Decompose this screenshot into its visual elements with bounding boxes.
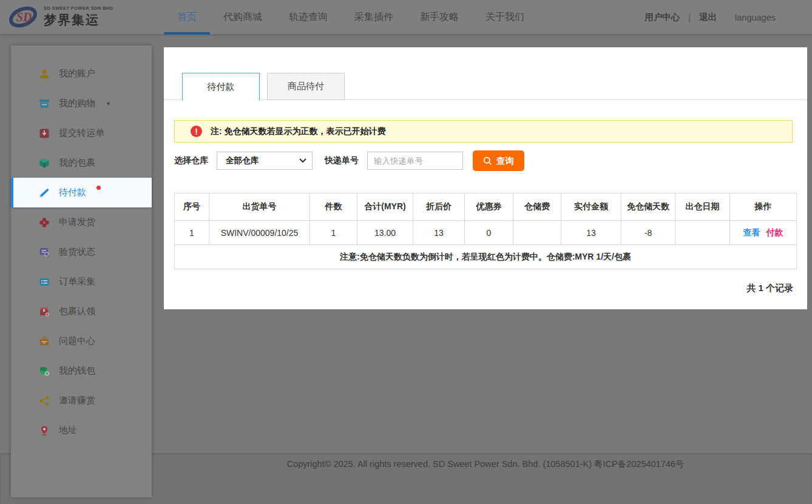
cell-storage-fee bbox=[513, 221, 561, 245]
card-list-icon bbox=[39, 277, 50, 287]
user-menu: 用户中心 | 退出 languages bbox=[645, 0, 776, 35]
nav-track-query[interactable]: 轨迹查询 bbox=[276, 0, 341, 35]
sidebar-item-inspection-status[interactable]: 验货状态 bbox=[11, 237, 152, 267]
chevron-down-icon bbox=[299, 158, 306, 163]
cell-coupon: 0 bbox=[465, 221, 513, 245]
brand-logo[interactable]: SD SD SWEET POWER SDN BHD 梦界集运 bbox=[7, 2, 113, 32]
sidebar-item-label: 问题中心 bbox=[59, 335, 95, 347]
search-button[interactable]: 查询 bbox=[473, 150, 524, 171]
cell-free-storage-days: -8 bbox=[621, 221, 675, 245]
col-paid-amount: 实付金额 bbox=[561, 193, 621, 221]
flower-icon bbox=[39, 217, 50, 228]
cell-seq: 1 bbox=[175, 221, 209, 245]
company-name-cn: 梦界集运 bbox=[44, 12, 113, 29]
col-seq: 序号 bbox=[175, 193, 209, 221]
sidebar-item-label: 包裹认领 bbox=[59, 306, 95, 317]
tab-goods-pending[interactable]: 商品待付 bbox=[267, 73, 345, 100]
tracking-number-input[interactable] bbox=[367, 152, 463, 170]
view-link[interactable]: 查看 bbox=[743, 227, 760, 237]
nav-about-us[interactable]: 关于我们 bbox=[472, 0, 538, 35]
col-storage-fee: 仓储费 bbox=[513, 193, 561, 221]
share-icon bbox=[39, 395, 50, 406]
sidebar-item-apply-shipment[interactable]: 申请发货 bbox=[11, 207, 152, 237]
company-logo-icon: SD bbox=[7, 2, 39, 32]
sidebar-item-label: 我的购物 bbox=[59, 98, 95, 109]
warehouse-select[interactable]: 全部仓库 bbox=[217, 152, 313, 170]
sidebar-item-my-packages[interactable]: 我的包裹 bbox=[11, 148, 152, 178]
top-header: SD SD SWEET POWER SDN BHD 梦界集运 首页 代购商城 轨… bbox=[0, 0, 812, 35]
storage-fee-note: 注意:免仓储天数负数为倒计时，若呈现红色为计费中。仓储费:MYR 1/天/包裹 bbox=[175, 245, 797, 269]
sidebar-item-label: 邀请赚赏 bbox=[59, 395, 95, 406]
parcel-icon bbox=[39, 306, 50, 317]
sidebar-item-pending-payment[interactable]: 待付款 bbox=[11, 178, 152, 207]
sidebar-item-label: 我的包裹 bbox=[59, 157, 95, 169]
col-coupon: 优惠券 bbox=[465, 193, 513, 221]
sidebar-item-issue-center[interactable]: 问题中心 bbox=[11, 326, 152, 356]
tab-pending-payment[interactable]: 待付款 bbox=[182, 73, 260, 101]
main-nav: 首页 代购商城 轨迹查询 采集插件 新手攻略 关于我们 bbox=[164, 0, 538, 35]
user-center-link[interactable]: 用户中心 bbox=[645, 12, 680, 23]
sidebar-item-label: 我的钱包 bbox=[59, 365, 95, 377]
box-arrow-icon bbox=[39, 128, 50, 139]
sidebar-item-package-claim[interactable]: 包裹认领 bbox=[11, 297, 152, 326]
cell-outbound-date bbox=[675, 221, 730, 245]
record-count: 共 1 个记录 bbox=[746, 283, 793, 294]
sidebar-item-label: 地址 bbox=[59, 425, 77, 436]
search-button-label: 查询 bbox=[496, 155, 514, 167]
cell-paid-amount: 13 bbox=[561, 221, 621, 245]
table-header-row: 序号 出货单号 件数 合计(MYR) 折后价 优惠券 仓储费 实付金额 免仓储天… bbox=[175, 193, 797, 221]
nav-shopping-mall[interactable]: 代购商城 bbox=[210, 0, 276, 35]
notification-dot-badge bbox=[96, 186, 101, 190]
notice-text: 注: 免仓储天数若显示为正数，表示已开始计费 bbox=[211, 126, 386, 137]
search-icon bbox=[483, 156, 492, 166]
cell-actions: 查看 付款 bbox=[730, 221, 797, 245]
tabbar-divider bbox=[164, 99, 807, 100]
cell-shipment-no: SWINV/00009/10/25 bbox=[209, 221, 310, 245]
col-discounted: 折后价 bbox=[413, 193, 465, 221]
nav-home[interactable]: 首页 bbox=[164, 0, 210, 35]
tracking-number-label: 快递单号 bbox=[325, 155, 359, 166]
store-icon bbox=[39, 98, 50, 109]
sidebar: 我的账户 我的购物 ▼ 提交转运单 我的包裹 待付款 申请发货 验货状态 订单采… bbox=[11, 45, 152, 497]
pending-payment-table: 序号 出货单号 件数 合计(MYR) 折后价 优惠券 仓储费 实付金额 免仓储天… bbox=[174, 193, 797, 269]
menu-divider: | bbox=[688, 13, 691, 22]
copyright-text: Copyright© 2025. All rights reserved. SD… bbox=[164, 459, 807, 470]
sidebar-item-label: 提交转运单 bbox=[59, 127, 104, 139]
warehouse-label: 选择仓库 bbox=[174, 155, 208, 166]
sidebar-item-my-wallet[interactable]: 我的钱包 bbox=[11, 356, 152, 386]
sidebar-item-label: 待付款 bbox=[59, 187, 86, 198]
col-shipment-no: 出货单号 bbox=[209, 193, 310, 221]
sidebar-item-my-account[interactable]: 我的账户 bbox=[11, 59, 152, 89]
logout-link[interactable]: 退出 bbox=[699, 12, 717, 23]
main-content-panel: 待付款 商品待付 ! 注: 免仓储天数若显示为正数，表示已开始计费 选择仓库 全… bbox=[164, 47, 807, 309]
cell-total-myr: 13.00 bbox=[357, 221, 413, 245]
sidebar-item-submit-transfer[interactable]: 提交转运单 bbox=[11, 118, 152, 148]
pay-link[interactable]: 付款 bbox=[766, 227, 783, 237]
table-row: 1 SWINV/00009/10/25 1 13.00 13 0 13 -8 查… bbox=[175, 221, 797, 245]
briefcase-icon bbox=[39, 336, 50, 347]
svg-text:SD: SD bbox=[16, 10, 32, 24]
pin-icon bbox=[39, 425, 50, 436]
filter-bar: 选择仓库 全部仓库 快递单号 查询 bbox=[174, 150, 524, 171]
languages-link[interactable]: languages bbox=[735, 13, 776, 22]
notice-banner: ! 注: 免仓储天数若显示为正数，表示已开始计费 bbox=[174, 120, 793, 143]
alert-exclamation-icon: ! bbox=[191, 126, 202, 137]
nav-beginner-guide[interactable]: 新手攻略 bbox=[407, 0, 472, 35]
chevron-down-icon: ▼ bbox=[106, 101, 111, 107]
sidebar-item-label: 我的账户 bbox=[59, 68, 95, 79]
col-free-storage-days: 免仓储天数 bbox=[621, 193, 675, 221]
sidebar-item-address[interactable]: 地址 bbox=[11, 415, 152, 445]
sidebar-item-label: 验货状态 bbox=[59, 246, 95, 258]
sidebar-item-invite-reward[interactable]: 邀请赚赏 bbox=[11, 386, 152, 415]
sidebar-item-my-shopping[interactable]: 我的购物 ▼ bbox=[11, 89, 152, 118]
table-note-row: 注意:免仓储天数负数为倒计时，若呈现红色为计费中。仓储费:MYR 1/天/包裹 bbox=[175, 245, 797, 269]
warehouse-select-value: 全部仓库 bbox=[226, 155, 259, 166]
cell-discounted: 13 bbox=[413, 221, 465, 245]
col-total-myr: 合计(MYR) bbox=[357, 193, 413, 221]
cell-qty: 1 bbox=[310, 221, 357, 245]
nav-collect-plugin[interactable]: 采集插件 bbox=[341, 0, 407, 35]
col-qty: 件数 bbox=[310, 193, 357, 221]
coins-icon bbox=[39, 366, 50, 377]
sidebar-item-order-collect[interactable]: 订单采集 bbox=[11, 267, 152, 297]
user-icon bbox=[39, 69, 50, 79]
